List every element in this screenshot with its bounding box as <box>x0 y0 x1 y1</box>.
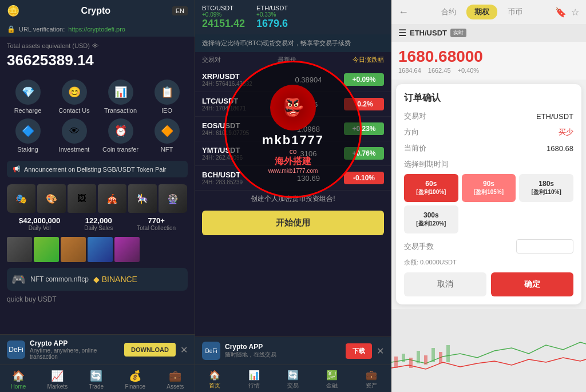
cancel-order-button[interactable]: 取消 <box>404 272 486 296</box>
tab-options[interactable]: 期权 <box>466 5 497 19</box>
wallet-panel: 🪙 Crypto EN 🔒 URL verification: https://… <box>0 0 195 392</box>
exchange-download-button[interactable]: 下载 <box>346 343 372 359</box>
chart-inner <box>391 322 586 379</box>
confirm-order-button[interactable]: 确定 <box>491 272 573 296</box>
nft-button[interactable]: 🔶 NFT <box>146 118 188 153</box>
time-90s-button[interactable]: 90s[盈利105%] <box>462 174 516 202</box>
back-button[interactable]: ← <box>398 6 409 18</box>
nav-markets-label: Markets <box>47 383 68 390</box>
url-verification-bar: 🔒 URL verification: https://cryptodefi.p… <box>0 22 195 37</box>
tab-contracts[interactable]: 合约 <box>433 5 464 19</box>
nft-images-row: 🎭 🎨 🖼 🎪 🎠 🎡 <box>7 184 188 213</box>
wallet-header: 🪙 Crypto EN <box>0 0 195 22</box>
exchange-nav-trade[interactable]: 🔄 交易 <box>287 370 299 390</box>
transaction-label: Transaction <box>104 107 137 114</box>
svg-rect-3 <box>417 351 420 363</box>
nav-home[interactable]: 🏠 Home <box>11 370 26 390</box>
nav-finance[interactable]: 💰 Finance <box>125 370 145 390</box>
ieo-icon: 📋 <box>155 80 180 105</box>
watermark-mkb-text: mkb1777 <box>262 133 324 148</box>
nav-assets-label: Assets <box>167 383 184 390</box>
nft-stat-total-collection: 770+ Total Collection <box>137 216 176 231</box>
menu-icon[interactable]: ☰ <box>398 27 406 38</box>
wallet-banner-close-button[interactable]: ✕ <box>180 345 188 355</box>
tab-spot[interactable]: 币币 <box>500 5 530 19</box>
quick-buy-label[interactable]: quick buy USDT <box>0 293 195 306</box>
wallet-nav-bar: 🏠 Home 📈 Markets 🔄 Trade 💰 Finance 💼 Ass… <box>0 365 195 392</box>
exchange-nav-home[interactable]: 🏠 首页 <box>209 370 220 390</box>
svg-rect-1 <box>402 354 405 362</box>
save-icon[interactable]: 🔖 <box>555 7 567 18</box>
recharge-button[interactable]: 💎 Recharge <box>7 80 49 114</box>
url-link[interactable]: https://cryptodefi.pro <box>68 26 125 33</box>
nav-assets[interactable]: 💼 Assets <box>167 370 184 390</box>
watermark-avatar: 👺 <box>270 85 316 130</box>
contact-icon: 😊 <box>62 80 87 105</box>
coin-transfer-label: Coin transfer <box>102 146 138 153</box>
nav-markets[interactable]: 📈 Markets <box>47 370 68 390</box>
trading-price-main: 1680.68000 <box>398 47 579 66</box>
exchange-nav-home-label: 首页 <box>209 382 220 390</box>
star-icon[interactable]: ☆ <box>571 7 579 18</box>
transaction-button[interactable]: 📊 Transaction <box>100 80 141 114</box>
binance-logo: ◆ BINANCE <box>93 275 137 284</box>
order-pair-value: ETH/USDT <box>536 112 573 121</box>
contact-button[interactable]: 😊 Contact Us <box>53 80 95 114</box>
url-label: URL verification: <box>19 26 65 33</box>
watermark-circle: 👺 mkb1777 co 海外搭建 www.mkb1777.com <box>224 61 362 198</box>
order-pair-label: 交易对 <box>404 111 426 121</box>
exchange-nav-finance[interactable]: 💹 金融 <box>326 370 338 390</box>
nft-sm-1 <box>7 237 32 262</box>
nft-stat-daily-vol: $42,000,000 Daily Vol <box>19 216 60 231</box>
staking-button[interactable]: 🔷 Staking <box>7 118 49 153</box>
eye-icon[interactable]: 👁 <box>92 42 98 49</box>
wallet-banner-title: Crypto APP <box>30 339 120 347</box>
exchange-banner-close-button[interactable]: ✕ <box>377 346 384 357</box>
order-direction-label: 方向 <box>404 127 419 137</box>
nft-badge-bar[interactable]: 🎮 NFT common.nftcp ◆ BINANCE <box>7 268 188 291</box>
wallet-banner-logo: DeFi <box>7 340 25 359</box>
ieo-label: IEO <box>161 107 172 114</box>
time-180s-button[interactable]: 180s[盈利110%] <box>519 174 573 202</box>
trading-tabs: 合约 期权 币币 <box>413 5 551 19</box>
coin-transfer-button[interactable]: ⏰ Coin transfer <box>100 118 141 153</box>
recharge-label: Recharge <box>14 107 42 114</box>
wallet-banner-info: Crypto APP Anytime, anywhere, online tra… <box>30 339 120 360</box>
ieo-button[interactable]: 📋 IEO <box>146 80 188 114</box>
exchange-market-icon: 📊 <box>248 370 260 381</box>
nav-trade[interactable]: 🔄 Trade <box>89 370 104 390</box>
wallet-download-button[interactable]: DOWNLOAD <box>124 343 176 357</box>
order-direction-row: 方向 买少 <box>404 127 573 137</box>
announcement-text: Announcement on Delisting SGB/USDT Token… <box>24 166 166 173</box>
start-button[interactable]: 开始使用 <box>202 211 384 235</box>
nav-trade-label: Trade <box>89 383 104 390</box>
order-confirm-card: 订单确认 交易对 ETH/USDT 方向 买少 当前价 1680.68 选择到期… <box>396 84 581 304</box>
exchange-nav-assets[interactable]: 💼 资产 <box>366 370 377 390</box>
wallet-title: Crypto <box>81 6 111 16</box>
announcement-speaker-icon: 📢 <box>13 165 21 173</box>
language-selector[interactable]: EN <box>172 6 188 15</box>
exchange-nav-market-label: 行情 <box>248 382 260 390</box>
watermark-overlay: 👺 mkb1777 co 海外搭建 www.mkb1777.com <box>224 61 362 198</box>
trading-panel: ← 合约 期权 币币 🔖 ☆ ☰ ETH/USDT 实时 1680.68000 … <box>391 0 586 392</box>
recharge-icon: 💎 <box>15 80 41 105</box>
time-60s-button[interactable]: 60s[盈利100%] <box>404 174 458 202</box>
order-confirm-title: 订单确认 <box>404 92 573 104</box>
eth-ticker[interactable]: ETH/USDT +0.33% 1679.6 <box>256 5 288 30</box>
btc-price: 24151.42 <box>202 18 245 30</box>
exchange-nav-market[interactable]: 📊 行情 <box>248 370 260 390</box>
coin-transfer-icon: ⏰ <box>108 118 133 144</box>
btc-ticker[interactable]: BTC/USDT +0.09% 24151.42 <box>202 5 245 30</box>
quantity-input[interactable] <box>516 239 573 254</box>
trading-price-section: 1680.68000 1684.64 1662.45 +0.40% <box>391 42 586 80</box>
nft-sm-3 <box>61 237 86 262</box>
trading-pair-bar: ☰ ETH/USDT 实时 <box>391 24 586 42</box>
lock-icon: 🔒 <box>7 25 15 33</box>
time-selection: 选择到期时间 60s[盈利100%] 90s[盈利105%] 180s[盈利11… <box>404 159 573 233</box>
investment-button[interactable]: 👁 Investment <box>53 118 95 153</box>
nft-stat-daily-sales: 122,000 Daily Sales <box>84 216 113 231</box>
nft-image-4: 🎪 <box>98 184 126 213</box>
time-300s-button[interactable]: 300s[盈利120%] <box>404 205 458 233</box>
assets-icon: 💼 <box>169 370 181 382</box>
quantity-label: 交易手数 <box>404 241 434 252</box>
